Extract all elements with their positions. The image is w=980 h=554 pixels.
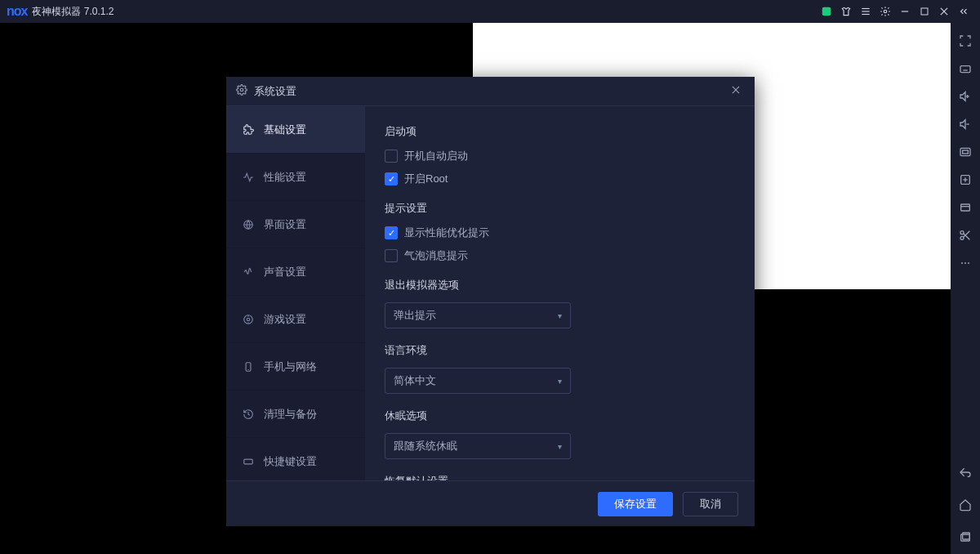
- volume-up-icon[interactable]: [954, 85, 977, 108]
- svg-point-43: [964, 262, 966, 264]
- select-value: 跟随系统休眠: [394, 439, 457, 453]
- cancel-button[interactable]: 取消: [683, 492, 738, 516]
- checkbox-icon: [385, 150, 398, 163]
- svg-rect-0: [822, 7, 831, 16]
- checkbox-label: 气泡消息提示: [404, 248, 468, 263]
- save-button[interactable]: 保存设置: [598, 492, 673, 516]
- checkbox-bubble-tips[interactable]: 气泡消息提示: [385, 248, 735, 263]
- sidebar-item-interface[interactable]: 界面设置: [226, 201, 365, 248]
- notification-icon[interactable]: [817, 2, 836, 21]
- svg-marker-26: [960, 92, 965, 101]
- pulse-icon: [241, 172, 256, 183]
- select-value: 弹出提示: [394, 308, 436, 323]
- main-area: 系统设置 基础设置 性能设置 界面设置 声音设置: [0, 23, 951, 554]
- select-sleep-option[interactable]: 跟随系统休眠 ▾: [385, 433, 571, 459]
- settings-dialog: 系统设置 基础设置 性能设置 界面设置 声音设置: [226, 77, 755, 526]
- svg-marker-29: [960, 120, 965, 129]
- globe-icon: [241, 219, 256, 230]
- sidebar-item-label: 基础设置: [264, 123, 306, 137]
- section-startup-title: 启动项: [385, 124, 735, 139]
- screenshot-icon[interactable]: [954, 141, 977, 163]
- sidebar-item-label: 清理与备份: [264, 407, 317, 422]
- checkbox-root[interactable]: ✓ 开启Root: [385, 172, 735, 186]
- sidebar-item-performance[interactable]: 性能设置: [226, 154, 365, 201]
- svg-point-42: [961, 262, 963, 264]
- file-manager-icon[interactable]: [954, 196, 977, 219]
- history-icon: [241, 409, 256, 420]
- add-apk-icon[interactable]: [954, 168, 977, 191]
- sound-icon: [241, 266, 256, 278]
- checkbox-label: 显示性能优化提示: [404, 226, 489, 240]
- select-language[interactable]: 简体中文 ▾: [385, 368, 571, 394]
- sidebar-item-game[interactable]: 游戏设置: [226, 296, 365, 343]
- sidebar-item-label: 声音设置: [264, 265, 306, 279]
- sidebar-item-phone-network[interactable]: 手机与网络: [226, 343, 365, 391]
- close-dialog-button[interactable]: [727, 81, 745, 101]
- select-exit-option[interactable]: 弹出提示 ▾: [385, 302, 571, 328]
- svg-rect-31: [960, 148, 970, 155]
- app-title: 夜神模拟器 7.0.1.2: [32, 5, 114, 19]
- section-exit-title: 退出模拟器选项: [385, 278, 735, 293]
- svg-rect-21: [960, 66, 970, 73]
- sidebar-item-shortcuts[interactable]: 快捷键设置: [226, 438, 365, 480]
- home-icon[interactable]: [954, 494, 977, 516]
- settings-content: 启动项 开机自动启动 ✓ 开启Root 提示设置 ✓ 显示性能优化提示 气泡消息…: [365, 106, 755, 480]
- close-window-icon[interactable]: [934, 2, 954, 21]
- settings-sidebar: 基础设置 性能设置 界面设置 声音设置 游戏设置: [226, 106, 365, 480]
- checkbox-icon: ✓: [385, 226, 398, 239]
- checkbox-icon: ✓: [385, 172, 398, 185]
- sidebar-item-label: 性能设置: [264, 170, 306, 185]
- dialog-title: 系统设置: [254, 84, 296, 99]
- settings-icon[interactable]: [875, 2, 895, 21]
- svg-point-4: [884, 10, 887, 13]
- chevron-down-icon: ▾: [558, 311, 562, 320]
- svg-rect-17: [244, 459, 253, 464]
- sidebar-item-label: 界面设置: [264, 217, 306, 232]
- chevron-down-icon: ▾: [558, 442, 562, 451]
- svg-rect-46: [963, 533, 970, 539]
- sidebar-item-label: 快捷键设置: [264, 454, 317, 469]
- svg-rect-32: [963, 150, 969, 154]
- recent-apps-icon[interactable]: [954, 526, 977, 549]
- sidebar-item-label: 游戏设置: [264, 312, 306, 327]
- checkbox-label: 开启Root: [404, 172, 448, 186]
- titlebar: nox 夜神模拟器 7.0.1.2: [0, 0, 980, 23]
- section-restore-title: 恢复默认设置: [385, 474, 735, 480]
- chevron-down-icon: ▾: [558, 377, 562, 386]
- more-icon[interactable]: [954, 252, 977, 275]
- section-tips-title: 提示设置: [385, 201, 735, 216]
- section-sleep-title: 休眠选项: [385, 409, 735, 423]
- select-value: 简体中文: [394, 373, 436, 388]
- checkbox-auto-start[interactable]: 开机自动启动: [385, 149, 735, 163]
- collapse-icon[interactable]: [954, 2, 973, 21]
- section-language-title: 语言环境: [385, 343, 735, 358]
- dialog-body: 基础设置 性能设置 界面设置 声音设置 游戏设置: [226, 106, 755, 480]
- sidebar-item-cleanup-backup[interactable]: 清理与备份: [226, 391, 365, 438]
- svg-rect-36: [961, 204, 970, 211]
- sidebar-item-sound[interactable]: 声音设置: [226, 248, 365, 296]
- puzzle-icon: [241, 124, 256, 136]
- svg-rect-6: [921, 8, 928, 15]
- dialog-header: 系统设置: [226, 77, 755, 106]
- checkbox-label: 开机自动启动: [404, 149, 468, 163]
- sidebar-item-basic[interactable]: 基础设置: [226, 106, 365, 154]
- right-toolbar: [951, 23, 980, 554]
- gear-icon: [236, 84, 247, 98]
- app-logo: nox: [7, 4, 27, 19]
- svg-point-9: [240, 88, 243, 92]
- fullscreen-icon[interactable]: [954, 29, 977, 52]
- checkbox-perf-tips[interactable]: ✓ 显示性能优化提示: [385, 226, 735, 240]
- svg-point-44: [968, 262, 969, 264]
- keyboard-icon: [241, 456, 256, 467]
- volume-down-icon[interactable]: [954, 113, 977, 136]
- phone-icon: [241, 361, 256, 373]
- scissors-icon[interactable]: [954, 224, 977, 247]
- minimize-icon[interactable]: [895, 2, 915, 21]
- shirt-icon[interactable]: [836, 2, 856, 21]
- menu-icon[interactable]: [856, 2, 875, 21]
- svg-point-14: [247, 318, 250, 321]
- maximize-icon[interactable]: [915, 2, 934, 21]
- keyboard-mapping-icon[interactable]: [954, 57, 977, 80]
- checkbox-icon: [385, 249, 398, 262]
- back-icon[interactable]: [954, 461, 977, 484]
